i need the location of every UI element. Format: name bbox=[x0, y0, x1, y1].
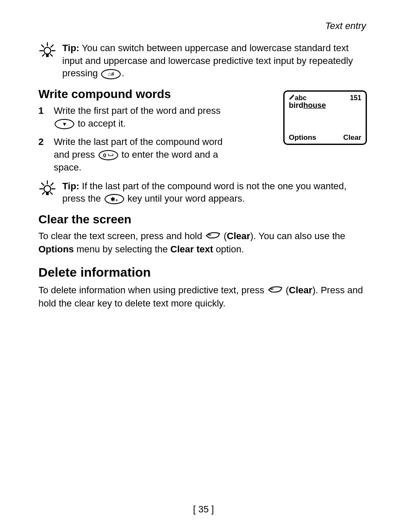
hash-key-icon bbox=[101, 69, 121, 79]
compound-steps: 1 Write the first part of the word and p… bbox=[38, 104, 226, 173]
tip-block-1: Tip: You can switch between uppercase an… bbox=[38, 42, 369, 80]
right-softkey-icon bbox=[268, 284, 282, 297]
tip1-after: . bbox=[122, 68, 124, 78]
tip-block-2: Tip: If the last part of the compound wo… bbox=[38, 180, 369, 205]
svg-line-6 bbox=[50, 54, 52, 56]
step1-after: to accept it. bbox=[78, 118, 126, 129]
lightbulb-tip-icon bbox=[38, 180, 59, 205]
svg-line-12 bbox=[41, 183, 44, 185]
svg-marker-9 bbox=[289, 95, 294, 100]
phone-mode-text: abc bbox=[295, 94, 307, 101]
svg-line-1 bbox=[41, 45, 44, 47]
svg-line-13 bbox=[51, 183, 53, 185]
heading-clear: Clear the screen bbox=[38, 213, 369, 226]
page-number: [ 35 ] bbox=[0, 504, 407, 515]
clear-after: option. bbox=[213, 244, 244, 254]
cleartext-word: Clear text bbox=[170, 244, 213, 254]
svg-rect-19 bbox=[46, 192, 49, 195]
step1-before: Write the first part of the word and pre… bbox=[54, 105, 221, 116]
tip-label: Tip: bbox=[62, 43, 79, 53]
step-number: 1 bbox=[38, 104, 54, 130]
delete-paragraph: To delete information when using predict… bbox=[38, 284, 369, 310]
heading-delete: Delete information bbox=[38, 265, 369, 280]
svg-rect-8 bbox=[46, 54, 49, 57]
star-key-icon bbox=[105, 194, 124, 204]
step-2: 2 Write the last part of the compound wo… bbox=[38, 136, 226, 173]
page-header-label: Text entry bbox=[38, 20, 366, 32]
tip2-after: key until your word appears. bbox=[128, 193, 245, 204]
zero-space-key-icon: 0 ⏘ bbox=[99, 150, 118, 160]
phone-screen-figure: abc 151 birdhouse Options Clear bbox=[283, 90, 367, 145]
step-1: 1 Write the first part of the word and p… bbox=[38, 104, 226, 130]
svg-line-16 bbox=[42, 192, 44, 194]
svg-line-17 bbox=[50, 192, 52, 194]
tip-label: Tip: bbox=[62, 181, 79, 191]
delete-open: ( bbox=[283, 285, 289, 295]
svg-point-7 bbox=[44, 47, 51, 54]
down-key-icon: ▾ bbox=[55, 119, 74, 129]
clear-close: ). You can also use the bbox=[250, 231, 346, 241]
clear-open: ( bbox=[221, 231, 227, 241]
delete-before: To delete information when using predict… bbox=[38, 285, 267, 295]
phone-word-prefix: bird bbox=[289, 101, 303, 110]
step-number: 2 bbox=[38, 136, 54, 173]
clear-mid: menu by selecting the bbox=[74, 244, 170, 254]
delete-clear-word: Clear bbox=[289, 285, 312, 295]
svg-line-5 bbox=[42, 54, 44, 56]
phone-word: birdhouse bbox=[289, 101, 361, 110]
options-word: Options bbox=[38, 244, 74, 254]
clear-word: Clear bbox=[227, 231, 250, 241]
phone-word-underlined: house bbox=[303, 101, 326, 110]
right-softkey-icon bbox=[206, 230, 220, 243]
phone-softkey-left: Options bbox=[289, 133, 316, 142]
lightbulb-tip-icon bbox=[38, 42, 59, 80]
clear-paragraph: To clear the text screen, press and hold… bbox=[38, 230, 369, 256]
clear-before: To clear the text screen, press and hold bbox=[38, 231, 205, 241]
svg-line-2 bbox=[51, 45, 53, 47]
pencil-mode-icon bbox=[289, 94, 295, 100]
phone-softkey-right: Clear bbox=[343, 133, 361, 142]
svg-point-18 bbox=[44, 185, 51, 192]
phone-char-count: 151 bbox=[350, 94, 361, 102]
